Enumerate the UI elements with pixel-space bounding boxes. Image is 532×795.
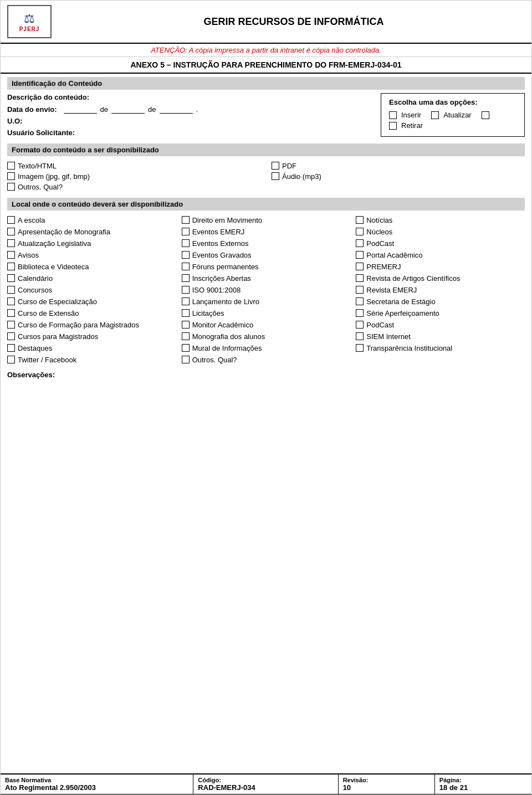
- calendario-checkbox[interactable]: [7, 274, 15, 282]
- foruns-label: Fóruns permanentes: [192, 263, 259, 271]
- formato-item-imagem: Imagem (jpg, gif, bmp): [7, 172, 260, 181]
- formato-outros-label: Outros. Qual?: [18, 183, 63, 191]
- destaques-checkbox[interactable]: [7, 344, 15, 352]
- local-serie: Série Aperfeiçoamento: [356, 309, 525, 317]
- local-col2: Direito em Movimento Eventos EMERJ Event…: [182, 216, 351, 364]
- atualizar-extra-checkbox[interactable]: [482, 111, 489, 119]
- atualizacao-checkbox[interactable]: [7, 239, 15, 247]
- section-local: Local onde o conteúdo deverá ser disponi…: [7, 198, 525, 211]
- escola-checkbox[interactable]: [7, 216, 15, 224]
- page-title: GERIR RECURSOS DE INFORMÁTICA: [63, 16, 525, 28]
- serie-checkbox[interactable]: [356, 309, 364, 317]
- eventos-externos-checkbox[interactable]: [182, 239, 190, 247]
- monografia-alunos-checkbox[interactable]: [182, 332, 190, 340]
- revisao-label: Revisão:: [343, 777, 430, 783]
- formato-texto-checkbox[interactable]: [7, 162, 15, 170]
- especializacao-checkbox[interactable]: [7, 298, 15, 305]
- data-envio-row: Data do envio: de de .: [7, 105, 359, 114]
- concursos-checkbox[interactable]: [7, 286, 15, 294]
- portal-checkbox[interactable]: [356, 251, 364, 259]
- foruns-checkbox[interactable]: [182, 263, 190, 270]
- local-grid: A escola Apresentação de Monografia Atua…: [7, 214, 525, 366]
- main-content: Identificação do Conteúdo Descrição do c…: [1, 74, 531, 773]
- lancamento-checkbox[interactable]: [182, 298, 190, 305]
- footer-base-normativa: Base Normativa Ato Regimental 2.950/2003: [1, 775, 193, 794]
- eventos-gravados-checkbox[interactable]: [182, 251, 190, 259]
- extensao-label: Curso de Extensão: [18, 309, 79, 317]
- biblioteca-checkbox[interactable]: [7, 263, 15, 270]
- formato-item-audio: Áudio (mp3): [272, 172, 525, 181]
- atualizacao-label: Atualização Legislativa: [18, 239, 91, 248]
- nucleos-checkbox[interactable]: [356, 228, 364, 235]
- formato-audio-label: Áudio (mp3): [282, 172, 321, 181]
- revista-emerj-label: Revista EMERJ: [366, 286, 417, 294]
- data-year-field[interactable]: [160, 105, 193, 114]
- page: ⚖ PJERJ GERIR RECURSOS DE INFORMÁTICA AT…: [0, 0, 532, 795]
- avisos-checkbox[interactable]: [7, 251, 15, 259]
- podcast2-label: PodCast: [366, 321, 394, 329]
- especializacao-label: Curso de Especialização: [18, 298, 97, 306]
- transparencia-checkbox[interactable]: [356, 344, 364, 352]
- direito-checkbox[interactable]: [182, 216, 190, 224]
- outros-col2-checkbox[interactable]: [182, 356, 190, 363]
- inserir-checkbox[interactable]: [389, 111, 397, 119]
- monografia-checkbox[interactable]: [7, 228, 15, 235]
- logo: ⚖ PJERJ: [7, 5, 52, 38]
- local-revista-emerj: Revista EMERJ: [356, 286, 525, 294]
- local-portal: Portal Acadêmico: [356, 251, 525, 259]
- monografia-alunos-label: Monografia dos alunos: [192, 332, 265, 341]
- local-formacao: Curso de Formação para Magistrados: [7, 321, 176, 329]
- local-calendario: Calendário: [7, 274, 176, 283]
- biblioteca-label: Biblioteca e Videoteca: [18, 263, 89, 271]
- data-month-field[interactable]: [111, 105, 145, 114]
- revista-emerj-checkbox[interactable]: [356, 286, 364, 294]
- monitor-checkbox[interactable]: [182, 321, 190, 329]
- secretaria-checkbox[interactable]: [356, 298, 364, 305]
- revista-artigos-checkbox[interactable]: [356, 274, 364, 282]
- logo-icon: ⚖: [24, 12, 35, 26]
- formato-audio-checkbox[interactable]: [272, 172, 279, 180]
- inscricoes-label: Inscrições Abertas: [192, 274, 251, 283]
- local-podcast2: PodCast: [356, 321, 525, 329]
- uo-label: U.O:: [7, 117, 22, 125]
- monitor-label: Monitor Acadêmico: [192, 321, 254, 329]
- mural-checkbox[interactable]: [182, 344, 190, 352]
- mural-label: Mural de Informações: [192, 344, 262, 352]
- uo-row: U.O:: [7, 117, 359, 125]
- twitter-checkbox[interactable]: [7, 356, 15, 363]
- local-transparencia: Transparência Institucional: [356, 344, 525, 352]
- retirar-checkbox[interactable]: [389, 122, 397, 130]
- formato-pdf-checkbox[interactable]: [272, 162, 279, 170]
- eventos-emerj-checkbox[interactable]: [182, 228, 190, 235]
- serie-label: Série Aperfeiçoamento: [366, 309, 439, 317]
- local-monografia-alunos: Monografia dos alunos: [182, 332, 351, 341]
- formacao-checkbox[interactable]: [7, 321, 15, 329]
- local-avisos: Avisos: [7, 251, 176, 259]
- local-inscricoes: Inscrições Abertas: [182, 274, 351, 283]
- usuario-row: Usuário Solicitante:: [7, 129, 359, 137]
- local-siem: SIEM Internet: [356, 332, 525, 341]
- formato-imagem-checkbox[interactable]: [7, 172, 15, 180]
- iso-checkbox[interactable]: [182, 286, 190, 294]
- formato-outros-checkbox[interactable]: [7, 183, 15, 191]
- local-noticias: Notícias: [356, 216, 525, 224]
- data-day-field[interactable]: [64, 105, 97, 114]
- formato-pdf-label: PDF: [282, 162, 296, 170]
- atualizar-checkbox[interactable]: [431, 111, 439, 119]
- options-container: Escolha uma das opções: Inserir Atualiza…: [381, 93, 525, 137]
- local-revista-artigos: Revista de Artigos Científicos: [356, 274, 525, 283]
- local-secretaria: Secretaria de Estágio: [356, 298, 525, 306]
- lancamento-label: Lançamento de Livro: [192, 298, 259, 306]
- inscricoes-checkbox[interactable]: [182, 274, 190, 282]
- licitacoes-checkbox[interactable]: [182, 309, 190, 317]
- local-biblioteca: Biblioteca e Videoteca: [7, 263, 176, 271]
- siem-checkbox[interactable]: [356, 332, 364, 340]
- noticias-checkbox[interactable]: [356, 216, 364, 224]
- podcast2-checkbox[interactable]: [356, 321, 364, 329]
- podcast-checkbox[interactable]: [356, 239, 364, 247]
- extensao-checkbox[interactable]: [7, 309, 15, 317]
- premerj-checkbox[interactable]: [356, 263, 364, 270]
- local-block: A escola Apresentação de Monografia Atua…: [7, 214, 525, 366]
- cursos-mag-checkbox[interactable]: [7, 332, 15, 340]
- calendario-label: Calendário: [18, 274, 53, 283]
